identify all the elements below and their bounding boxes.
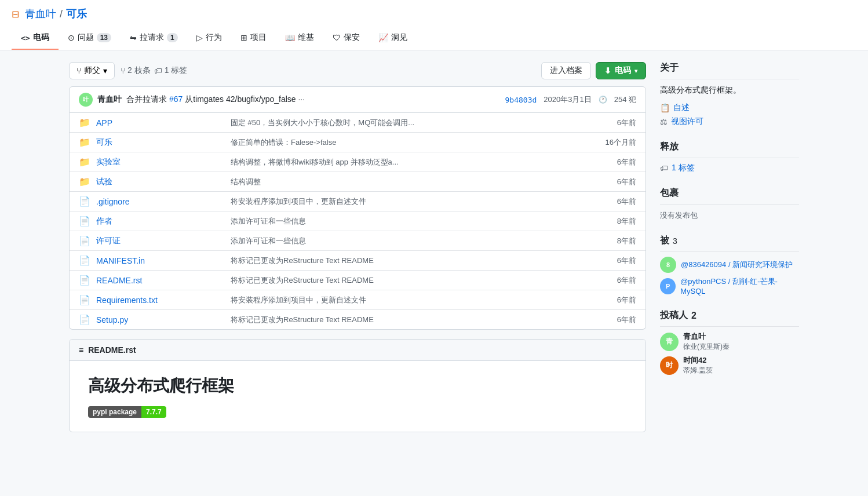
tab-pulls[interactable]: ⇋ 拉请求 1 [121, 27, 187, 50]
contributor-avatar: 时 [660, 356, 679, 375]
file-name-link[interactable]: Requirements.txt [96, 296, 224, 305]
fork-avatar: P [660, 278, 676, 294]
tab-code[interactable]: <> 电码 [12, 27, 59, 50]
contributor-name[interactable]: 时间42 [683, 355, 713, 366]
tags-icon: 🏷 [154, 66, 162, 75]
tab-actions[interactable]: ▷ 行为 [187, 27, 231, 50]
file-icon: 📄 [79, 235, 89, 246]
file-time: 6年前 [596, 256, 636, 266]
file-time: 8年前 [596, 216, 636, 227]
code-download-button[interactable]: ⬇ 电码 ▾ [596, 62, 646, 79]
commit-pr-link[interactable]: #67 [169, 94, 183, 104]
forks-count: 3 [673, 236, 677, 246]
tags-count-item: 🏷 1 标签 [154, 65, 188, 76]
tab-insights[interactable]: 📈 洞见 [369, 27, 417, 50]
repo-icon: ⊟ [12, 9, 19, 20]
pypi-value: 7.7.7 [141, 406, 166, 418]
commit-history-link[interactable]: 254 犯 [614, 94, 636, 105]
security-tab-icon: 🛡 [333, 33, 341, 42]
history-icon: 🕐 [599, 96, 607, 104]
file-name-link[interactable]: .gitignore [96, 197, 224, 206]
folder-icon: 📁 [79, 156, 89, 167]
owner-link[interactable]: 青血叶 [25, 7, 56, 21]
tags-count[interactable]: 1 标签 [165, 65, 188, 76]
file-icon: 📄 [79, 294, 89, 305]
tag-icon: 🏷 [660, 163, 668, 173]
readme-section: ≡ README.rst 高级分布式爬行框架 pypi package 7.7.… [69, 339, 646, 432]
file-time: 6年前 [596, 118, 636, 128]
file-commit-msg: 将标记已更改为ReStructure Text README [231, 256, 589, 266]
contributors-title: 投稿人 2 [660, 309, 799, 327]
download-icon: ⬇ [604, 66, 611, 75]
sidebar-tags-link[interactable]: 🏷 1 标签 [660, 163, 799, 173]
insights-tab-icon: 📈 [378, 33, 388, 42]
commit-dots[interactable]: ··· [298, 94, 305, 104]
contributor-sub: 徐业(克里斯)秦 [683, 342, 730, 352]
readme-title: 高级分布式爬行框架 [88, 375, 627, 397]
fork-repo-link[interactable]: @pythonPCS / 刮削-红-芒果-MySQL [680, 276, 799, 296]
issues-tab-icon: ⊙ [68, 33, 75, 42]
folder-icon: 📁 [79, 117, 89, 128]
table-row: 📄Setup.py将标记已更改为ReStructure Text README6… [70, 310, 645, 329]
tab-security[interactable]: 🛡 保安 [323, 27, 369, 50]
branch-selector[interactable]: ⑂ 师父 ▾ [69, 62, 115, 79]
repo-name-link[interactable]: 可乐 [66, 7, 87, 21]
readme-content: 高级分布式爬行框架 pypi package 7.7.7 [70, 361, 645, 432]
sidebar-description: 高级分布式爬行框架。 [660, 85, 799, 96]
branch-dropdown-icon: ▾ [103, 66, 107, 75]
archive-button[interactable]: 进入档案 [541, 62, 591, 79]
file-name-link[interactable]: 许可证 [96, 236, 224, 246]
contributors-title-label: 投稿人 [660, 309, 688, 322]
file-name-link[interactable]: 作者 [96, 216, 224, 227]
releases-title: 释放 [660, 141, 799, 158]
wiki-tab-icon: 📖 [285, 33, 295, 42]
repo-nav: <> 电码 ⊙ 问题 13 ⇋ 拉请求 1 ▷ 行为 ⊞ 项目 📖 维基 🛡 保… [12, 27, 856, 50]
tab-issues[interactable]: ⊙ 问题 13 [59, 27, 121, 50]
tab-wiki-label: 维基 [298, 32, 314, 43]
commit-author-name[interactable]: 青血叶 [97, 94, 122, 105]
file-commit-msg: 将安装程序添加到项目中，更新自述文件 [231, 196, 589, 207]
packages-none-text: 没有发布包 [660, 210, 799, 221]
readme-filename: README.rst [88, 345, 136, 355]
tab-projects[interactable]: ⊞ 项目 [231, 27, 276, 50]
contributors-count: 2 [691, 311, 696, 321]
table-row: 📁APP固定 #50，当实例大小小于核心数时，MQ可能会调用...6年前 [70, 113, 645, 133]
issues-badge: 13 [97, 33, 111, 42]
readme-list-icon: ≡ [79, 345, 83, 355]
contributor-avatar: 青 [660, 333, 679, 351]
fork-repo-link[interactable]: @836426094 / 新闻研究环境保护 [681, 260, 793, 270]
file-name-link[interactable]: Setup.py [96, 315, 224, 324]
branches-icon: ⑂ [121, 66, 125, 75]
file-name-link[interactable]: 可乐 [96, 137, 224, 148]
file-icon: 📄 [79, 196, 89, 207]
file-time: 6年前 [596, 295, 636, 305]
sidebar: 关于 高级分布式爬行框架。 📋 自述 ⚖ 视图许可 释放 🏷 1 标签 包裹 没… [660, 62, 799, 432]
separator: / [60, 8, 63, 20]
file-commit-msg: 添加许可证和一些信息 [231, 216, 589, 227]
readme-link-label: 自述 [673, 103, 690, 113]
branches-count[interactable]: 2 枝条 [127, 65, 151, 76]
commit-hash-link[interactable]: 9b4803d [505, 96, 537, 104]
file-name-link[interactable]: README.rst [96, 276, 224, 285]
file-name-link[interactable]: APP [96, 118, 224, 127]
file-time: 6年前 [596, 275, 636, 286]
file-name-link[interactable]: 实验室 [96, 157, 224, 167]
commit-msg-prefix: 合并拉请求 [126, 94, 167, 104]
file-commit-msg: 添加许可证和一些信息 [231, 236, 589, 246]
branches-count-item: ⑂ 2 枝条 [121, 65, 151, 76]
file-name-link[interactable]: 试验 [96, 177, 224, 187]
sidebar-license-link[interactable]: ⚖ 视图许可 [660, 116, 799, 127]
commit-message: 合并拉请求 #67 从timgates 42/bugfix/ypo_false … [126, 94, 305, 105]
readme-link-icon: 📋 [660, 103, 670, 112]
sidebar-packages: 包裹 没有发布包 [660, 187, 799, 221]
tab-wiki[interactable]: 📖 维基 [276, 27, 323, 50]
contributor-name[interactable]: 青血叶 [683, 331, 730, 342]
license-link-label: 视图许可 [671, 116, 703, 127]
file-commit-msg: 将标记已更改为ReStructure Text README [231, 315, 589, 325]
tab-actions-label: 行为 [206, 32, 222, 43]
sidebar-readme-link[interactable]: 📋 自述 [660, 103, 799, 113]
folder-icon: 📁 [79, 137, 89, 148]
code-tab-icon: <> [21, 34, 30, 42]
contributor-list: 青青血叶徐业(克里斯)秦时时间42蒂姆.盖茨 [660, 331, 799, 375]
file-name-link[interactable]: MANIFEST.in [96, 256, 224, 265]
